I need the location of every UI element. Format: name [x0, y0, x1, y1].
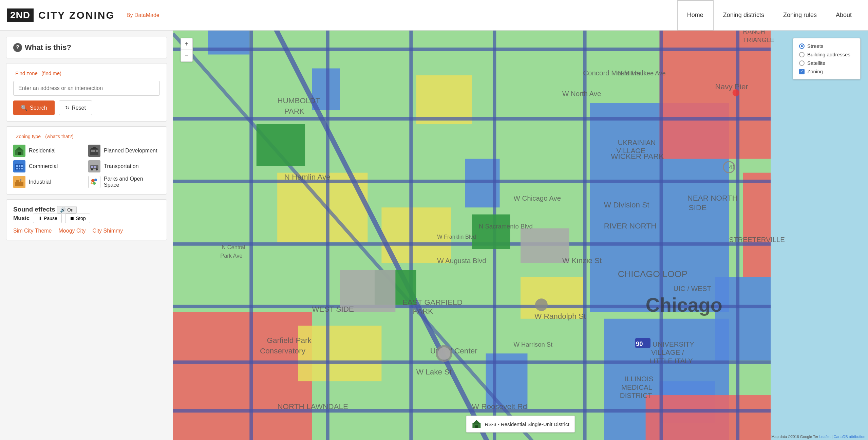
svg-rect-56 — [249, 31, 253, 440]
svg-rect-69 — [521, 228, 569, 263]
svg-text:DISTRICT: DISTRICT — [620, 391, 652, 399]
svg-marker-1 — [15, 147, 23, 150]
question-icon: ? — [13, 43, 22, 52]
transportation-icon — [88, 160, 100, 172]
svg-rect-47 — [298, 326, 382, 381]
sound-status-badge: 🔊 On — [57, 206, 77, 214]
whats-that-link[interactable]: (what's that?) — [45, 134, 74, 139]
svg-text:W Chicago Ave: W Chicago Ave — [514, 194, 561, 202]
svg-text:90: 90 — [636, 340, 643, 347]
zoning-item-commercial[interactable]: Commercial — [13, 160, 85, 172]
svg-rect-13 — [19, 168, 20, 169]
zoning-item-parks[interactable]: Parks and Open Space — [88, 176, 160, 188]
svg-rect-67 — [472, 215, 510, 249]
zoning-item-residential[interactable]: Residential — [13, 145, 85, 157]
industrial-icon — [13, 176, 25, 188]
svg-text:W Randolph St: W Randolph St — [534, 312, 586, 320]
find-me-link[interactable]: (find me) — [41, 70, 61, 76]
zoning-item-transportation[interactable]: Transportation — [88, 160, 160, 172]
track-sim-city[interactable]: Sim City Theme — [13, 228, 52, 234]
what-is-this-card: ? What is this? — [6, 37, 167, 58]
svg-text:STREETERVILLE: STREETERVILLE — [729, 236, 785, 243]
svg-rect-16 — [91, 166, 93, 168]
music-controls-row: Music ⏸ Pause ⏹ Stop — [13, 214, 160, 223]
sidebar: ? What is this? Find zone (find me) 🔍 Se… — [0, 31, 173, 440]
svg-text:PARK: PARK — [413, 307, 433, 315]
layer-building-addresses[interactable]: Building addresses — [799, 52, 854, 57]
sound-icon: 🔊 — [60, 207, 66, 213]
layer-zoning[interactable]: Zoning — [799, 69, 854, 74]
svg-point-19 — [96, 168, 98, 170]
search-icon: 🔍 — [21, 105, 27, 111]
residential-icon — [13, 145, 25, 157]
pause-button[interactable]: ⏸ Pause — [33, 214, 62, 223]
svg-text:N Central: N Central — [222, 244, 245, 250]
svg-text:W North Ave: W North Ave — [562, 90, 601, 97]
svg-text:ILLINOIS: ILLINOIS — [625, 375, 653, 383]
svg-text:W Franklin Blvd: W Franklin Blvd — [437, 234, 476, 240]
map-area[interactable]: Chicago CHICAGO LOOP RIVER NORTH WEST SI… — [173, 31, 868, 440]
svg-rect-49 — [173, 117, 778, 121]
svg-text:SIDE: SIDE — [689, 203, 707, 212]
zoom-in-button[interactable]: + — [181, 38, 192, 50]
svg-text:N Hamlin Ave: N Hamlin Ave — [284, 173, 331, 181]
svg-text:W Harrison St: W Harrison St — [514, 341, 553, 348]
zoning-checkbox — [799, 69, 805, 74]
track-city-shimmy[interactable]: City Shimmy — [93, 228, 123, 234]
svg-rect-45 — [416, 75, 472, 124]
svg-text:NEAR NORTH: NEAR NORTH — [687, 194, 738, 202]
pause-icon: ⏸ — [37, 216, 42, 221]
svg-point-26 — [93, 182, 96, 185]
nav-about[interactable]: About — [826, 0, 861, 31]
svg-point-131 — [535, 298, 548, 311]
nav-zoning-districts[interactable]: Zoning districts — [714, 0, 774, 31]
svg-text:W Augusta Blvd: W Augusta Blvd — [437, 257, 486, 264]
svg-text:UKRAINIAN: UKRAINIAN — [618, 139, 656, 146]
svg-rect-12 — [16, 168, 18, 169]
cartodb-link[interactable]: CartoDB attribution — [833, 435, 865, 439]
svg-text:NORTH LAWNDALE: NORTH LAWNDALE — [277, 402, 348, 411]
svg-text:MEDICAL: MEDICAL — [621, 383, 652, 391]
sound-effects-card: Sound effects 🔊 On Music ⏸ Pause ⏹ Stop … — [6, 199, 167, 240]
layer-streets[interactable]: Streets — [799, 43, 854, 49]
layer-controls: Streets Building addresses Satellite Zon… — [793, 38, 861, 79]
datamade-link[interactable]: DataMade — [134, 12, 159, 18]
svg-text:HUMBOLDT: HUMBOLDT — [277, 96, 320, 105]
svg-text:PARK: PARK — [284, 107, 305, 115]
svg-rect-5 — [91, 150, 93, 152]
svg-text:Chicago: Chicago — [646, 294, 722, 316]
leaflet-link[interactable]: Leaflet — [819, 435, 830, 439]
svg-rect-10 — [19, 165, 20, 167]
svg-point-25 — [94, 179, 97, 181]
reset-button[interactable]: ↻ Reset — [59, 100, 92, 115]
nav-zoning-rules[interactable]: Zoning rules — [774, 0, 826, 31]
zoning-item-planned-dev[interactable]: Planned Development — [88, 145, 160, 157]
stop-icon: ⏹ — [70, 216, 74, 221]
what-is-this-title: ? What is this? — [13, 43, 160, 52]
svg-rect-61 — [660, 31, 663, 440]
track-moogy-city[interactable]: Moogy City — [59, 228, 86, 234]
svg-marker-137 — [472, 420, 480, 424]
zoom-out-button[interactable]: − — [181, 50, 192, 61]
main-nav: Home Zoning districts Zoning rules About — [677, 0, 861, 31]
commercial-icon — [13, 160, 25, 172]
svg-rect-58 — [409, 31, 413, 440]
svg-point-83 — [733, 89, 739, 96]
nav-home[interactable]: Home — [677, 0, 714, 31]
svg-point-27 — [91, 182, 93, 184]
by-label: By — [127, 12, 133, 18]
music-tracks: Sim City Theme Moogy City City Shimmy — [13, 228, 160, 234]
svg-rect-65 — [257, 124, 305, 166]
layer-satellite[interactable]: Satellite — [799, 60, 854, 66]
reset-icon: ↻ — [65, 105, 70, 111]
search-button[interactable]: 🔍 Search — [13, 100, 55, 115]
svg-text:CHICAGO LOOP: CHICAGO LOOP — [618, 269, 688, 279]
svg-text:N Milwaukee Ave: N Milwaukee Ave — [618, 70, 666, 77]
svg-rect-22 — [20, 179, 21, 181]
stop-button[interactable]: ⏹ Stop — [65, 214, 90, 223]
svg-text:UNIVERSITY: UNIVERSITY — [653, 340, 694, 348]
svg-rect-7 — [96, 150, 98, 152]
zoning-item-industrial[interactable]: Industrial — [13, 176, 85, 188]
svg-text:VILLAGE /: VILLAGE / — [651, 348, 684, 356]
address-input[interactable] — [13, 81, 160, 96]
